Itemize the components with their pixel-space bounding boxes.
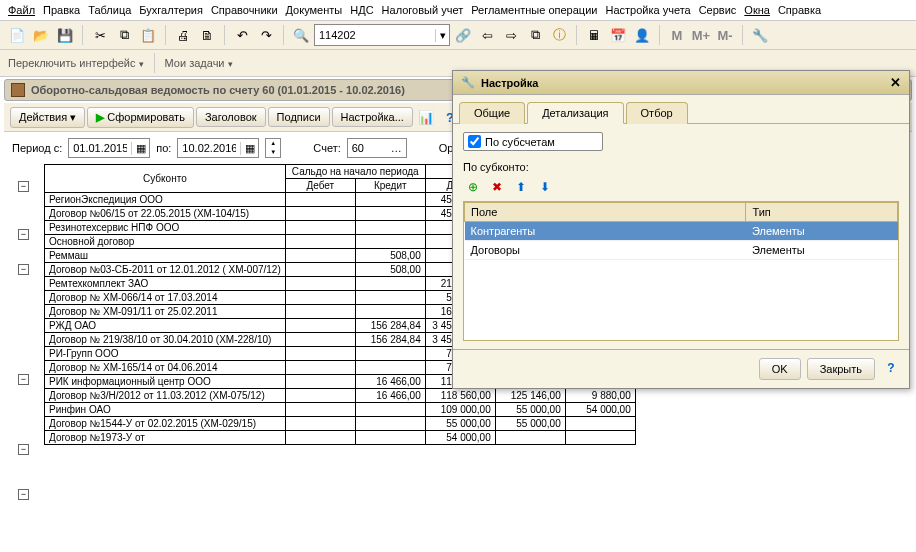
find-icon[interactable]: 🔍 xyxy=(290,24,312,46)
menu-vat[interactable]: НДС xyxy=(350,4,373,16)
tree-toggle-icon[interactable]: − xyxy=(18,374,29,385)
ok-button[interactable]: OK xyxy=(759,358,801,380)
menu-help[interactable]: Справка xyxy=(778,4,821,16)
document-icon xyxy=(11,83,25,97)
grid-row[interactable]: КонтрагентыЭлементы xyxy=(465,222,898,241)
search-box[interactable]: ▾ xyxy=(314,24,450,46)
period-from-input[interactable]: ▦ xyxy=(68,138,150,158)
redo-icon[interactable]: ↷ xyxy=(255,24,277,46)
cut-icon[interactable]: ✂ xyxy=(89,24,111,46)
calendar-to-icon[interactable]: ▦ xyxy=(240,142,258,155)
mem-m-icon[interactable]: M xyxy=(666,24,688,46)
dialog-footer: OK Закрыть ? xyxy=(453,349,909,388)
move-up-icon[interactable]: ⬆ xyxy=(511,177,531,197)
table-row[interactable]: Договор №3/Н/2012 от 11.03.2012 (ХМ-075/… xyxy=(45,389,636,403)
header-button[interactable]: Заголовок xyxy=(196,107,266,127)
cell-k1 xyxy=(355,403,425,417)
copy2-icon[interactable]: ⧉ xyxy=(524,24,546,46)
calendar-icon[interactable]: 📅 xyxy=(607,24,629,46)
open-icon[interactable]: 📂 xyxy=(30,24,52,46)
actions-dropdown[interactable]: Действия ▾ xyxy=(10,107,85,128)
cell-k1 xyxy=(355,291,425,305)
mem-mminus-icon[interactable]: M- xyxy=(714,24,736,46)
cell-d1 xyxy=(285,431,355,445)
account-input[interactable]: … xyxy=(347,138,407,158)
by-subaccounts-checkbox[interactable]: По субсчетам xyxy=(463,132,603,151)
switch-interface-dropdown[interactable]: Переключить интерфейс ▾ xyxy=(8,57,144,69)
period-to-field[interactable] xyxy=(178,142,240,154)
col-saldo-start: Сальдо на начало периода xyxy=(285,165,425,179)
undo-icon[interactable]: ↶ xyxy=(231,24,253,46)
table-row[interactable]: Договор №1544-У от 02.02.2015 (ХМ-029/15… xyxy=(45,417,636,431)
tab-detail[interactable]: Детализация xyxy=(527,102,623,124)
menu-table[interactable]: Таблица xyxy=(88,4,131,16)
print-icon[interactable]: 🖨 xyxy=(172,24,194,46)
menu-edit[interactable]: Правка xyxy=(43,4,80,16)
mem-mplus-icon[interactable]: M+ xyxy=(690,24,712,46)
cell-d1 xyxy=(285,221,355,235)
new-doc-icon[interactable]: 📄 xyxy=(6,24,28,46)
period-spinner[interactable]: ▲▼ xyxy=(265,138,281,158)
back-icon[interactable]: ⇦ xyxy=(476,24,498,46)
tools-icon[interactable]: 🔧 xyxy=(749,24,771,46)
subkonto-grid[interactable]: Поле Тип КонтрагентыЭлементыДоговорыЭлем… xyxy=(463,201,899,341)
dialog-help-icon[interactable]: ? xyxy=(881,358,901,378)
menu-windows[interactable]: Окна xyxy=(744,4,770,16)
menu-documents[interactable]: Документы xyxy=(286,4,343,16)
tree-toggle-icon[interactable]: − xyxy=(18,264,29,275)
tab-general[interactable]: Общие xyxy=(459,102,525,124)
cell-extra xyxy=(565,431,635,445)
cell-d1 xyxy=(285,375,355,389)
paste-icon[interactable]: 📋 xyxy=(137,24,159,46)
settings-button[interactable]: Настройка... xyxy=(332,107,413,127)
menu-tax[interactable]: Налоговый учет xyxy=(382,4,464,16)
tree-toggle-icon[interactable]: − xyxy=(18,489,29,500)
close-button[interactable]: Закрыть xyxy=(807,358,875,380)
move-down-icon[interactable]: ⬇ xyxy=(535,177,555,197)
forward-icon[interactable]: ⇨ xyxy=(500,24,522,46)
form-button[interactable]: ▶ Сформировать xyxy=(87,107,194,128)
tree-toggle-icon[interactable]: − xyxy=(18,181,29,192)
save-icon[interactable]: 💾 xyxy=(54,24,76,46)
cell-d1 xyxy=(285,389,355,403)
tree-toggle-icon[interactable]: − xyxy=(18,444,29,455)
delete-row-icon[interactable]: ✖ xyxy=(487,177,507,197)
info-icon[interactable]: ⓘ xyxy=(548,24,570,46)
by-subaccounts-input[interactable] xyxy=(468,135,481,148)
cell-txt: Договор № 219/38/10 от 30.04.2010 (ХМ-22… xyxy=(45,333,286,347)
calendar-from-icon[interactable]: ▦ xyxy=(131,142,149,155)
period-to-input[interactable]: ▦ xyxy=(177,138,259,158)
tree-toggle-icon[interactable]: − xyxy=(18,229,29,240)
account-field[interactable] xyxy=(352,142,382,154)
menu-settings[interactable]: Настройка учета xyxy=(605,4,690,16)
dialog-body: По субсчетам По субконто: ⊕ ✖ ⬆ ⬇ Поле Т… xyxy=(453,124,909,349)
grid-row[interactable]: ДоговорыЭлементы xyxy=(465,241,898,260)
tab-filter[interactable]: Отбор xyxy=(626,102,688,124)
table-row[interactable]: Договор №1973-У от54 000,00 xyxy=(45,431,636,445)
cell-k2 xyxy=(495,431,565,445)
link-icon[interactable]: 🔗 xyxy=(452,24,474,46)
cell-d1 xyxy=(285,277,355,291)
add-row-icon[interactable]: ⊕ xyxy=(463,177,483,197)
preview-icon[interactable]: 🗎 xyxy=(196,24,218,46)
signatures-button[interactable]: Подписи xyxy=(268,107,330,127)
menu-scheduled[interactable]: Регламентные операции xyxy=(471,4,597,16)
calc-icon[interactable]: 🖩 xyxy=(583,24,605,46)
chart-icon[interactable]: 📊 xyxy=(415,106,437,128)
search-dropdown-icon[interactable]: ▾ xyxy=(435,29,449,42)
menu-accounting[interactable]: Бухгалтерия xyxy=(139,4,203,16)
my-tasks-dropdown[interactable]: Мои задачи ▾ xyxy=(165,57,233,69)
account-picker-icon[interactable]: … xyxy=(391,142,402,154)
search-input[interactable] xyxy=(315,29,435,41)
by-subkonto-label: По субконто: xyxy=(463,161,899,173)
users-icon[interactable]: 👤 xyxy=(631,24,653,46)
menu-file[interactable]: Файл xyxy=(8,4,35,16)
copy-icon[interactable]: ⧉ xyxy=(113,24,135,46)
menu-service[interactable]: Сервис xyxy=(699,4,737,16)
period-from-field[interactable] xyxy=(69,142,131,154)
dialog-close-icon[interactable]: ✕ xyxy=(890,75,901,90)
table-row[interactable]: Ринфин ОАО109 000,0055 000,0054 000,00 xyxy=(45,403,636,417)
cell-txt: РИК информационный центр ООО xyxy=(45,375,286,389)
cell-d2: 109 000,00 xyxy=(425,403,495,417)
menu-references[interactable]: Справочники xyxy=(211,4,278,16)
